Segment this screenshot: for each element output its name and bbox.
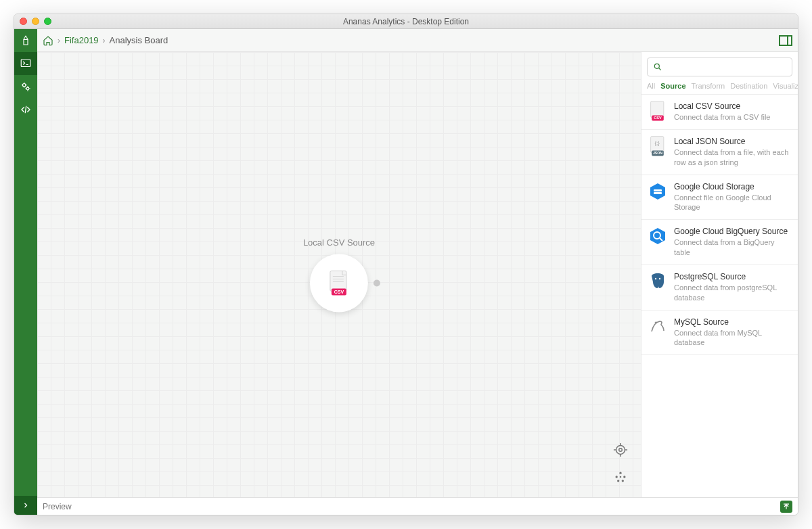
auto-layout-button[interactable] bbox=[612, 469, 629, 485]
maximize-window-button[interactable] bbox=[44, 18, 51, 25]
postgres-icon bbox=[648, 272, 667, 291]
breadcrumb-project[interactable]: Fifa2019 bbox=[64, 35, 99, 45]
node-output-port[interactable] bbox=[374, 280, 380, 287]
source-item-title: Google Cloud Storage bbox=[674, 182, 791, 191]
source-item-desc: Connect data from a BigQuery table bbox=[674, 237, 791, 258]
right-panel: All Source Transform Destination Visuali… bbox=[641, 52, 798, 497]
nodes-icon bbox=[614, 470, 627, 484]
svg-marker-28 bbox=[650, 228, 665, 244]
svg-point-30 bbox=[655, 278, 656, 279]
svg-text:JSON: JSON bbox=[653, 151, 662, 155]
svg-point-16 bbox=[620, 476, 622, 478]
svg-text:{;}: {;} bbox=[654, 140, 660, 146]
svg-rect-0 bbox=[21, 60, 30, 67]
json-icon: {;}JSON bbox=[648, 137, 667, 156]
source-item[interactable]: PostgreSQL SourceConnect data from postg… bbox=[641, 265, 798, 310]
search-input[interactable] bbox=[667, 62, 786, 72]
breadcrumb-sep: › bbox=[103, 36, 106, 45]
svg-rect-3 bbox=[330, 271, 346, 292]
source-item-desc: Connect data from a CSV file bbox=[674, 112, 791, 122]
svg-rect-18 bbox=[651, 101, 664, 118]
svg-point-11 bbox=[619, 472, 621, 474]
source-item[interactable]: Google Cloud BigQuery SourceConnect data… bbox=[641, 220, 798, 265]
sidebar-expand-button[interactable] bbox=[14, 496, 37, 515]
breadcrumb: › Fifa2019 › Analysis Board bbox=[43, 35, 168, 46]
source-item-title: Local JSON Source bbox=[674, 137, 791, 146]
pineapple-icon bbox=[20, 34, 32, 47]
source-item-desc: Connect file on Google Cloud Storage bbox=[674, 193, 791, 213]
svg-point-1 bbox=[23, 84, 26, 87]
arrow-up-icon bbox=[782, 503, 790, 511]
svg-point-14 bbox=[617, 480, 619, 482]
gcs-icon bbox=[648, 182, 667, 201]
source-list: CSVLocal CSV SourceConnect data from a C… bbox=[641, 95, 798, 497]
home-icon[interactable] bbox=[43, 35, 53, 46]
search-box[interactable] bbox=[647, 58, 792, 76]
mysql-icon bbox=[648, 317, 667, 336]
tab-destination[interactable]: Destination bbox=[730, 82, 767, 90]
breadcrumb-sep: › bbox=[58, 36, 60, 45]
gears-icon bbox=[20, 80, 32, 93]
sidebar-item-project[interactable] bbox=[14, 29, 37, 52]
toggle-right-panel-button[interactable] bbox=[779, 35, 792, 46]
tab-all[interactable]: All bbox=[647, 82, 655, 90]
source-item-desc: Connect data from postgreSQL database bbox=[674, 283, 791, 303]
preview-label[interactable]: Preview bbox=[43, 502, 72, 511]
csv-icon: CSV bbox=[648, 101, 667, 120]
source-item[interactable]: MySQL SourceConnect data from MySQL data… bbox=[641, 310, 798, 356]
svg-point-10 bbox=[619, 448, 623, 452]
source-item-desc: Connect data from a file, with each row … bbox=[674, 147, 791, 168]
sidebar-item-code[interactable] bbox=[14, 98, 37, 121]
tab-visualization[interactable]: Visualization bbox=[773, 82, 798, 90]
source-item-title: MySQL Source bbox=[674, 317, 791, 327]
source-item-desc: Connect data from MySQL database bbox=[674, 328, 791, 348]
svg-point-12 bbox=[616, 476, 618, 478]
svg-point-17 bbox=[654, 64, 659, 68]
left-sidebar bbox=[14, 29, 37, 515]
tab-source[interactable]: Source bbox=[660, 82, 685, 90]
header: › Fifa2019 › Analysis Board bbox=[37, 29, 798, 52]
chevron-right-icon bbox=[22, 501, 30, 509]
bq-icon bbox=[648, 227, 667, 246]
svg-point-31 bbox=[659, 278, 660, 279]
source-item-title: Google Cloud BigQuery Source bbox=[674, 227, 791, 236]
center-canvas-button[interactable] bbox=[612, 442, 629, 458]
source-item[interactable]: CSVLocal CSV SourceConnect data from a C… bbox=[641, 95, 798, 130]
svg-rect-27 bbox=[654, 192, 662, 194]
svg-point-13 bbox=[623, 476, 625, 478]
target-icon bbox=[613, 442, 628, 457]
csv-file-icon: CSV bbox=[328, 270, 351, 297]
canvas-node-title: Local CSV Source bbox=[303, 237, 375, 248]
window-controls bbox=[20, 18, 51, 25]
minimize-window-button[interactable] bbox=[32, 18, 39, 25]
source-item[interactable]: {;}JSONLocal JSON SourceConnect data fro… bbox=[641, 130, 798, 175]
run-button[interactable] bbox=[780, 501, 792, 513]
sidebar-item-settings[interactable] bbox=[14, 75, 37, 98]
svg-point-2 bbox=[26, 87, 29, 90]
canvas-controls bbox=[612, 442, 629, 485]
analysis-canvas[interactable]: Local CSV Source CSV bbox=[37, 52, 641, 497]
svg-text:CSV: CSV bbox=[334, 290, 344, 294]
svg-text:CSV: CSV bbox=[654, 116, 662, 120]
window-title: Ananas Analytics - Desktop Edition bbox=[343, 17, 469, 26]
source-tabs: All Source Transform Destination Visuali… bbox=[641, 82, 798, 95]
svg-rect-26 bbox=[654, 189, 662, 191]
canvas-node-body[interactable]: CSV bbox=[310, 254, 368, 313]
source-item[interactable]: Google Cloud StorageConnect file on Goog… bbox=[641, 175, 798, 221]
tab-transform[interactable]: Transform bbox=[692, 82, 725, 90]
canvas-node[interactable]: Local CSV Source CSV bbox=[303, 237, 375, 313]
code-icon bbox=[20, 104, 32, 116]
sidebar-item-board[interactable] bbox=[14, 52, 37, 75]
svg-point-15 bbox=[622, 480, 624, 482]
app-window: Ananas Analytics - Desktop Edition bbox=[14, 14, 798, 515]
svg-point-9 bbox=[616, 446, 625, 455]
bottom-panel: Preview bbox=[37, 497, 798, 515]
titlebar: Ananas Analytics - Desktop Edition bbox=[14, 14, 798, 29]
search-icon bbox=[653, 62, 662, 72]
close-window-button[interactable] bbox=[20, 18, 27, 25]
board-icon bbox=[20, 58, 32, 70]
breadcrumb-board: Analysis Board bbox=[110, 35, 168, 45]
source-item-title: Local CSV Source bbox=[674, 101, 791, 111]
source-item-title: PostgreSQL Source bbox=[674, 272, 791, 281]
